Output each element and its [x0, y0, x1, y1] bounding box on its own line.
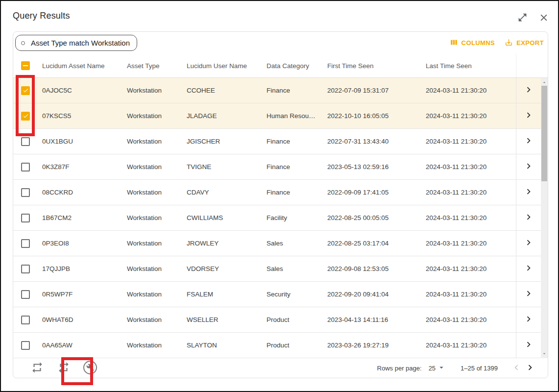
row-checkbox[interactable] [21, 265, 30, 273]
table-row[interactable]: 17QJJPB Workstation VDORSEY Sales 2022-0… [13, 256, 548, 282]
cell-data-category: Finance [263, 138, 323, 145]
loop-button[interactable] [31, 362, 44, 374]
previous-page-button[interactable] [510, 361, 523, 375]
row-expand-button[interactable] [522, 237, 535, 250]
cell-data-category: Product [263, 316, 323, 323]
row-expand-button[interactable] [522, 161, 535, 173]
row-expand-button[interactable] [522, 314, 535, 326]
row-expand-button[interactable] [522, 212, 535, 224]
table-row[interactable]: 0AJOC5C Workstation CCOHEE Finance 2022-… [13, 78, 548, 103]
cell-asset-type: Workstation [123, 342, 183, 349]
caret-down-icon [437, 363, 446, 373]
cell-data-category: Finance [263, 189, 323, 196]
column-header-last-seen[interactable]: Last Time Seen [422, 62, 516, 70]
wrench-circle-icon [83, 360, 97, 376]
cell-first-seen: 2022-09-20 09:41:04 [323, 291, 422, 298]
row-expand-button[interactable] [522, 288, 535, 301]
cell-asset-name: 0AJOC5C [38, 87, 123, 94]
cell-first-seen: 2022-09-09 17:41:05 [323, 189, 422, 196]
cell-asset-name: 1B67CM2 [38, 214, 123, 221]
expand-button[interactable] [516, 12, 529, 24]
table-row[interactable]: 08CCKRD Workstation CDAVY Finance 2022-0… [13, 180, 548, 205]
row-checkbox[interactable] [21, 239, 30, 248]
table-body: 0AJOC5C Workstation CCOHEE Finance 2022-… [13, 78, 548, 358]
row-expand-button[interactable] [522, 263, 535, 275]
row-checkbox[interactable] [21, 316, 30, 324]
run-actions-button[interactable] [84, 362, 97, 374]
cell-asset-type: Workstation [123, 189, 183, 196]
chevron-right-icon [523, 161, 534, 173]
row-checkbox[interactable] [21, 137, 30, 146]
cell-first-seen: 2023-03-26 19:27:19 [323, 342, 422, 349]
table-row[interactable]: 1B67CM2 Workstation CWILLIAMS Facility 2… [13, 205, 548, 231]
cell-first-seen: 2022-08-25 00:05:05 [323, 214, 422, 221]
rows-per-page-label: Rows per page: [377, 365, 422, 372]
cell-last-seen: 2024-03-11 21:30:20 [422, 163, 516, 171]
table-row[interactable]: 0WHAT6D Workstation WSELLER Product 2023… [13, 307, 548, 333]
column-header-data-category[interactable]: Data Category [263, 62, 323, 70]
filter-chip[interactable]: Asset Type match Workstation [15, 35, 137, 51]
cell-first-seen: 2023-04-13 14:11:16 [323, 316, 422, 323]
cell-data-category: Sales [263, 265, 323, 272]
row-expand-button[interactable] [522, 84, 535, 97]
row-checkbox[interactable] [21, 341, 30, 350]
cell-asset-type: Workstation [123, 163, 183, 171]
row-expand-button[interactable] [522, 110, 535, 122]
table-row[interactable]: 0R5WP7F Workstation FSALEM Security 2022… [13, 282, 548, 307]
chevron-right-icon [523, 84, 534, 97]
table-row[interactable]: 0UX1BGU Workstation JGISCHER Finance 202… [13, 129, 548, 154]
column-header-first-seen[interactable]: First Time Seen [323, 62, 422, 70]
row-checkbox[interactable] [21, 112, 30, 121]
page-title: Query Results [13, 11, 70, 21]
card-toolbar: Asset Type match Workstation COLUMNS EXP… [13, 32, 548, 54]
scroll-up-icon[interactable] [541, 79, 548, 86]
cell-asset-type: Workstation [123, 316, 183, 323]
row-checkbox[interactable] [21, 86, 30, 95]
row-expand-button[interactable] [522, 186, 535, 199]
cell-asset-name: 0K3Z87F [38, 163, 123, 171]
next-page-button[interactable] [523, 361, 537, 375]
columns-button[interactable]: COLUMNS [450, 38, 495, 48]
row-expand-button[interactable] [522, 339, 535, 352]
columns-icon [450, 38, 458, 48]
table-row[interactable]: 0AA65AW Workstation SLAYTON Product 2023… [13, 333, 548, 358]
column-header-asset-type[interactable]: Asset Type [123, 62, 183, 70]
close-button[interactable] [537, 12, 550, 24]
loop-one-button[interactable] [57, 362, 70, 374]
dialog-header: Query Results [1, 1, 558, 31]
column-header-asset-name[interactable]: Lucidum Asset Name [38, 62, 123, 70]
rows-per-page-select[interactable]: 25 [429, 363, 446, 373]
cell-last-seen: 2024-03-11 21:30:20 [422, 316, 516, 323]
column-header-user-name[interactable]: Lucidum User Name [183, 62, 263, 70]
chevron-right-icon [523, 135, 534, 147]
table-row[interactable]: 0K3Z87F Workstation TVIGNE Finance 2023-… [13, 154, 548, 180]
row-checkbox[interactable] [21, 214, 30, 222]
table-row[interactable]: 07KSCS5 Workstation JLADAGE Human Resou…… [13, 103, 548, 129]
cell-asset-type: Workstation [123, 138, 183, 145]
cell-last-seen: 2024-03-11 21:30:20 [422, 291, 516, 298]
cell-user-name: JLADAGE [183, 112, 263, 120]
cell-asset-name: 0P3EOI8 [38, 240, 123, 247]
cell-last-seen: 2024-03-11 21:30:20 [422, 265, 516, 272]
row-checkbox[interactable] [21, 188, 30, 197]
chevron-right-icon [523, 186, 534, 198]
cell-first-seen: 2023-05-13 02:59:16 [323, 163, 422, 171]
cell-last-seen: 2024-03-11 21:30:20 [422, 240, 516, 247]
select-all-checkbox[interactable] [21, 61, 30, 70]
chevron-right-icon [525, 362, 535, 374]
row-checkbox[interactable] [21, 290, 30, 299]
cell-user-name: SLAYTON [183, 342, 263, 349]
cell-asset-name: 0WHAT6D [38, 316, 123, 323]
export-button[interactable]: EXPORT [505, 38, 544, 48]
chevron-right-icon [523, 212, 534, 224]
table-scrollbar[interactable] [541, 78, 548, 358]
chevron-right-icon [523, 237, 534, 249]
cell-last-seen: 2024-03-11 21:30:20 [422, 138, 516, 145]
scroll-down-icon[interactable] [541, 350, 548, 357]
scrollbar-thumb[interactable] [541, 86, 547, 181]
table-row[interactable]: 0P3EOI8 Workstation JROWLEY Sales 2022-0… [13, 231, 548, 256]
row-expand-button[interactable] [522, 135, 535, 148]
row-checkbox[interactable] [21, 163, 30, 172]
page-range-label: 1–25 of 1399 [461, 365, 498, 372]
filter-circle-icon [21, 41, 25, 45]
